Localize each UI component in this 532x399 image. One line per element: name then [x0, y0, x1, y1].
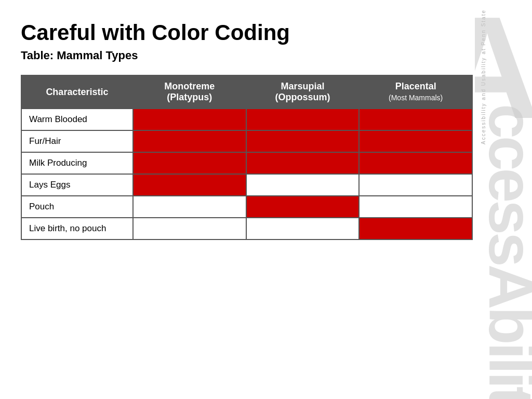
table-row: Warm Blooded	[21, 109, 472, 130]
cell-characteristic: Live birth, no pouch	[21, 218, 133, 240]
cell-row1-col1	[133, 130, 246, 152]
table-row: Pouch	[21, 196, 472, 218]
mammal-table: Characteristic Monotreme (Platypus) Mars…	[21, 75, 473, 240]
cell-row1-col3	[359, 130, 472, 152]
cell-row0-col2	[246, 109, 360, 130]
table-row: Fur/Hair	[21, 130, 472, 152]
page-title: Careful with Color Coding	[21, 21, 506, 45]
main-content: Careful with Color Coding Table: Mammal …	[0, 0, 532, 261]
cell-row5-col1	[133, 218, 246, 240]
cell-characteristic: Fur/Hair	[21, 130, 133, 152]
cell-row3-col3	[359, 174, 472, 196]
table-header-row: Characteristic Monotreme (Platypus) Mars…	[21, 75, 472, 109]
cell-row2-col3	[359, 152, 472, 174]
cell-row2-col2	[246, 152, 360, 174]
cell-characteristic: Milk Producing	[21, 152, 133, 174]
cell-row1-col2	[246, 130, 360, 152]
col-header-monotreme: Monotreme (Platypus)	[133, 75, 246, 109]
cell-row3-col1	[133, 174, 246, 196]
col-header-marsupial: Marsupial (Oppossum)	[246, 75, 360, 109]
cell-row5-col3	[359, 218, 472, 240]
cell-row5-col2	[246, 218, 360, 240]
col-header-characteristic: Characteristic	[21, 75, 133, 109]
cell-row4-col3	[359, 196, 472, 218]
cell-row2-col1	[133, 152, 246, 174]
table-row: Live birth, no pouch	[21, 218, 472, 240]
cell-row4-col2	[246, 196, 360, 218]
cell-characteristic: Pouch	[21, 196, 133, 218]
cell-row0-col1	[133, 109, 246, 130]
table-subtitle: Table: Mammal Types	[21, 49, 506, 62]
col-header-placental: Placental (Most Mammals)	[359, 75, 472, 109]
cell-row4-col1	[133, 196, 246, 218]
cell-characteristic: Warm Blooded	[21, 109, 133, 130]
table-row: Lays Eggs	[21, 174, 472, 196]
cell-row3-col2	[246, 174, 360, 196]
cell-characteristic: Lays Eggs	[21, 174, 133, 196]
table-row: Milk Producing	[21, 152, 472, 174]
cell-row0-col3	[359, 109, 472, 130]
